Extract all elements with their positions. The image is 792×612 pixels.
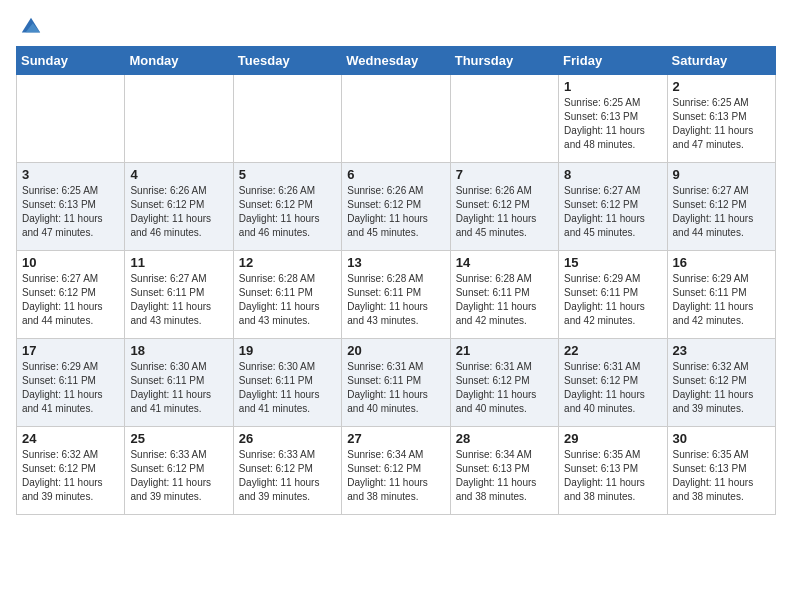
day-number: 23: [673, 343, 770, 358]
weekday-header: Friday: [559, 47, 667, 75]
day-info: Sunrise: 6:27 AM Sunset: 6:12 PM Dayligh…: [564, 184, 661, 240]
calendar-cell: 24Sunrise: 6:32 AM Sunset: 6:12 PM Dayli…: [17, 427, 125, 515]
day-number: 16: [673, 255, 770, 270]
calendar-cell: 25Sunrise: 6:33 AM Sunset: 6:12 PM Dayli…: [125, 427, 233, 515]
calendar-cell: 2Sunrise: 6:25 AM Sunset: 6:13 PM Daylig…: [667, 75, 775, 163]
day-info: Sunrise: 6:35 AM Sunset: 6:13 PM Dayligh…: [564, 448, 661, 504]
day-info: Sunrise: 6:29 AM Sunset: 6:11 PM Dayligh…: [673, 272, 770, 328]
calendar-header-row: SundayMondayTuesdayWednesdayThursdayFrid…: [17, 47, 776, 75]
calendar-cell: 13Sunrise: 6:28 AM Sunset: 6:11 PM Dayli…: [342, 251, 450, 339]
logo: [16, 16, 42, 34]
calendar-cell: 14Sunrise: 6:28 AM Sunset: 6:11 PM Dayli…: [450, 251, 558, 339]
day-info: Sunrise: 6:28 AM Sunset: 6:11 PM Dayligh…: [456, 272, 553, 328]
day-info: Sunrise: 6:25 AM Sunset: 6:13 PM Dayligh…: [564, 96, 661, 152]
weekday-header: Wednesday: [342, 47, 450, 75]
day-info: Sunrise: 6:29 AM Sunset: 6:11 PM Dayligh…: [564, 272, 661, 328]
day-info: Sunrise: 6:32 AM Sunset: 6:12 PM Dayligh…: [22, 448, 119, 504]
calendar-cell: 16Sunrise: 6:29 AM Sunset: 6:11 PM Dayli…: [667, 251, 775, 339]
calendar-cell: 3Sunrise: 6:25 AM Sunset: 6:13 PM Daylig…: [17, 163, 125, 251]
calendar-cell: 4Sunrise: 6:26 AM Sunset: 6:12 PM Daylig…: [125, 163, 233, 251]
weekday-header: Saturday: [667, 47, 775, 75]
day-number: 13: [347, 255, 444, 270]
day-number: 6: [347, 167, 444, 182]
calendar-cell: 9Sunrise: 6:27 AM Sunset: 6:12 PM Daylig…: [667, 163, 775, 251]
day-info: Sunrise: 6:26 AM Sunset: 6:12 PM Dayligh…: [456, 184, 553, 240]
day-number: 1: [564, 79, 661, 94]
calendar-cell: 6Sunrise: 6:26 AM Sunset: 6:12 PM Daylig…: [342, 163, 450, 251]
day-info: Sunrise: 6:31 AM Sunset: 6:12 PM Dayligh…: [456, 360, 553, 416]
day-info: Sunrise: 6:32 AM Sunset: 6:12 PM Dayligh…: [673, 360, 770, 416]
calendar-cell: 26Sunrise: 6:33 AM Sunset: 6:12 PM Dayli…: [233, 427, 341, 515]
day-info: Sunrise: 6:35 AM Sunset: 6:13 PM Dayligh…: [673, 448, 770, 504]
day-info: Sunrise: 6:33 AM Sunset: 6:12 PM Dayligh…: [239, 448, 336, 504]
calendar-cell: 11Sunrise: 6:27 AM Sunset: 6:11 PM Dayli…: [125, 251, 233, 339]
day-info: Sunrise: 6:34 AM Sunset: 6:13 PM Dayligh…: [456, 448, 553, 504]
day-number: 8: [564, 167, 661, 182]
day-number: 5: [239, 167, 336, 182]
day-number: 27: [347, 431, 444, 446]
day-number: 30: [673, 431, 770, 446]
calendar-week-row: 3Sunrise: 6:25 AM Sunset: 6:13 PM Daylig…: [17, 163, 776, 251]
calendar-cell: 29Sunrise: 6:35 AM Sunset: 6:13 PM Dayli…: [559, 427, 667, 515]
logo-icon: [20, 16, 42, 38]
calendar-cell: 19Sunrise: 6:30 AM Sunset: 6:11 PM Dayli…: [233, 339, 341, 427]
weekday-header: Monday: [125, 47, 233, 75]
calendar-cell: 28Sunrise: 6:34 AM Sunset: 6:13 PM Dayli…: [450, 427, 558, 515]
day-number: 15: [564, 255, 661, 270]
day-number: 2: [673, 79, 770, 94]
day-info: Sunrise: 6:25 AM Sunset: 6:13 PM Dayligh…: [22, 184, 119, 240]
day-number: 10: [22, 255, 119, 270]
calendar-cell: 20Sunrise: 6:31 AM Sunset: 6:11 PM Dayli…: [342, 339, 450, 427]
day-number: 9: [673, 167, 770, 182]
weekday-header: Tuesday: [233, 47, 341, 75]
calendar-cell: [450, 75, 558, 163]
day-info: Sunrise: 6:30 AM Sunset: 6:11 PM Dayligh…: [239, 360, 336, 416]
page-header: [16, 16, 776, 34]
calendar-cell: [125, 75, 233, 163]
day-info: Sunrise: 6:31 AM Sunset: 6:12 PM Dayligh…: [564, 360, 661, 416]
day-info: Sunrise: 6:26 AM Sunset: 6:12 PM Dayligh…: [130, 184, 227, 240]
day-number: 12: [239, 255, 336, 270]
calendar-table: SundayMondayTuesdayWednesdayThursdayFrid…: [16, 46, 776, 515]
day-info: Sunrise: 6:25 AM Sunset: 6:13 PM Dayligh…: [673, 96, 770, 152]
day-info: Sunrise: 6:33 AM Sunset: 6:12 PM Dayligh…: [130, 448, 227, 504]
weekday-header: Sunday: [17, 47, 125, 75]
day-info: Sunrise: 6:27 AM Sunset: 6:12 PM Dayligh…: [22, 272, 119, 328]
day-number: 25: [130, 431, 227, 446]
day-number: 4: [130, 167, 227, 182]
weekday-header: Thursday: [450, 47, 558, 75]
day-info: Sunrise: 6:26 AM Sunset: 6:12 PM Dayligh…: [239, 184, 336, 240]
day-number: 20: [347, 343, 444, 358]
day-number: 21: [456, 343, 553, 358]
calendar-cell: 17Sunrise: 6:29 AM Sunset: 6:11 PM Dayli…: [17, 339, 125, 427]
calendar-week-row: 24Sunrise: 6:32 AM Sunset: 6:12 PM Dayli…: [17, 427, 776, 515]
day-info: Sunrise: 6:27 AM Sunset: 6:11 PM Dayligh…: [130, 272, 227, 328]
calendar-cell: 18Sunrise: 6:30 AM Sunset: 6:11 PM Dayli…: [125, 339, 233, 427]
day-number: 26: [239, 431, 336, 446]
calendar-cell: 1Sunrise: 6:25 AM Sunset: 6:13 PM Daylig…: [559, 75, 667, 163]
calendar-week-row: 1Sunrise: 6:25 AM Sunset: 6:13 PM Daylig…: [17, 75, 776, 163]
day-number: 28: [456, 431, 553, 446]
day-info: Sunrise: 6:30 AM Sunset: 6:11 PM Dayligh…: [130, 360, 227, 416]
day-info: Sunrise: 6:28 AM Sunset: 6:11 PM Dayligh…: [347, 272, 444, 328]
day-number: 3: [22, 167, 119, 182]
day-info: Sunrise: 6:26 AM Sunset: 6:12 PM Dayligh…: [347, 184, 444, 240]
day-number: 22: [564, 343, 661, 358]
day-info: Sunrise: 6:27 AM Sunset: 6:12 PM Dayligh…: [673, 184, 770, 240]
day-number: 18: [130, 343, 227, 358]
calendar-cell: 12Sunrise: 6:28 AM Sunset: 6:11 PM Dayli…: [233, 251, 341, 339]
calendar-cell: 27Sunrise: 6:34 AM Sunset: 6:12 PM Dayli…: [342, 427, 450, 515]
calendar-cell: [342, 75, 450, 163]
calendar-cell: 21Sunrise: 6:31 AM Sunset: 6:12 PM Dayli…: [450, 339, 558, 427]
calendar-cell: [233, 75, 341, 163]
day-info: Sunrise: 6:31 AM Sunset: 6:11 PM Dayligh…: [347, 360, 444, 416]
calendar-cell: 30Sunrise: 6:35 AM Sunset: 6:13 PM Dayli…: [667, 427, 775, 515]
calendar-cell: 22Sunrise: 6:31 AM Sunset: 6:12 PM Dayli…: [559, 339, 667, 427]
day-number: 11: [130, 255, 227, 270]
day-number: 29: [564, 431, 661, 446]
day-info: Sunrise: 6:34 AM Sunset: 6:12 PM Dayligh…: [347, 448, 444, 504]
day-number: 24: [22, 431, 119, 446]
calendar-cell: 8Sunrise: 6:27 AM Sunset: 6:12 PM Daylig…: [559, 163, 667, 251]
calendar-cell: 7Sunrise: 6:26 AM Sunset: 6:12 PM Daylig…: [450, 163, 558, 251]
calendar-cell: [17, 75, 125, 163]
